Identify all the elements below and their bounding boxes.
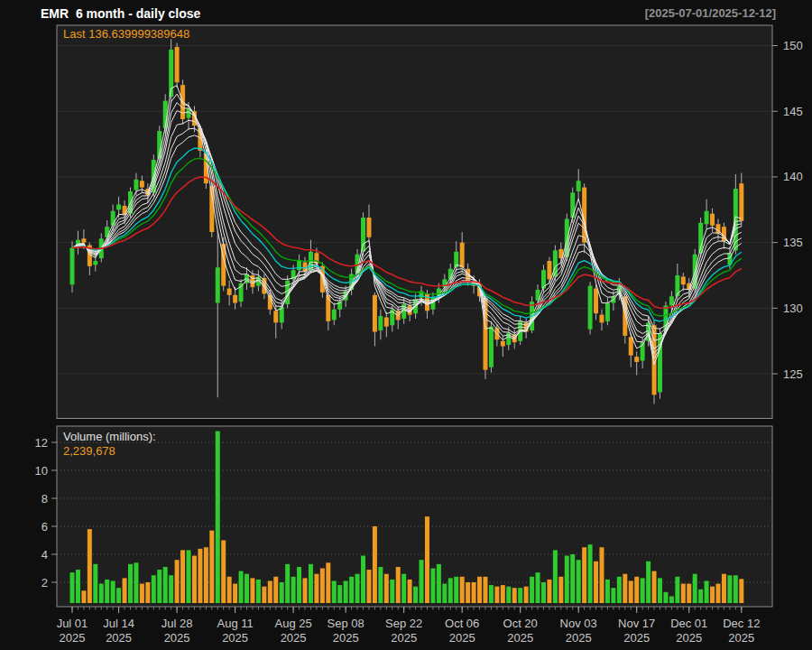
candle-body <box>565 218 569 256</box>
volume-bar <box>169 575 173 603</box>
volume-title-label: Volume (millions): <box>63 431 156 442</box>
price-tick-label: 145 <box>783 105 803 118</box>
volume-bar <box>314 574 318 603</box>
volume-bar <box>390 580 394 603</box>
price-tick-label: 135 <box>783 236 803 249</box>
volume-bar <box>448 578 453 603</box>
volume-bar <box>180 550 185 603</box>
candle-body <box>669 296 674 305</box>
volume-bar <box>553 550 558 603</box>
x-axis-date-label: Nov 03 <box>560 617 597 630</box>
volume-bar <box>727 575 732 603</box>
chart-window: EMR 6 month - daily close [2025-07-01/20… <box>0 0 812 650</box>
candle-body <box>361 218 365 252</box>
volume-bar <box>582 547 586 603</box>
volume-bar <box>111 580 115 603</box>
volume-bar <box>401 574 406 603</box>
x-axis-date-label: Sep 08 <box>328 617 364 630</box>
x-axis-year-label: 2025 <box>60 631 86 645</box>
candle-body <box>378 316 383 330</box>
x-axis-year-label: 2025 <box>676 631 702 645</box>
price-tick-label: 150 <box>783 39 803 52</box>
volume-bar <box>250 578 254 603</box>
volume-bar <box>530 577 534 603</box>
volume-bar <box>332 580 337 603</box>
x-axis-year-label: 2025 <box>164 631 190 645</box>
volume-bar <box>599 547 604 603</box>
x-axis-year-label: 2025 <box>222 631 248 645</box>
volume-bar <box>204 547 208 603</box>
volume-bar <box>565 556 569 603</box>
volume-bar <box>157 570 161 603</box>
volume-bar <box>420 560 424 603</box>
volume-bar <box>349 577 354 603</box>
volume-bar <box>739 579 743 603</box>
volume-bar <box>337 585 342 603</box>
volume-bar <box>663 592 668 603</box>
candle-body <box>81 238 86 242</box>
volume-bar <box>256 580 261 603</box>
volume-tick-label: 10 <box>35 464 48 478</box>
last-price-label: Last 136.639999389648 <box>63 28 189 40</box>
candle-body <box>175 47 180 82</box>
volume-bar <box>396 567 401 603</box>
candle-body <box>105 227 109 237</box>
volume-bar <box>658 578 662 603</box>
volume-bar <box>134 562 138 603</box>
volume-bar <box>705 580 709 603</box>
candle-body <box>116 204 121 209</box>
volume-bar <box>734 575 738 603</box>
candle-body <box>599 315 604 323</box>
candle-body <box>366 218 371 237</box>
volume-bar <box>88 529 92 603</box>
volume-bar <box>105 580 109 603</box>
x-axis-date-label: Oct 06 <box>445 617 479 630</box>
volume-bar <box>715 584 720 603</box>
candle-body <box>629 337 633 355</box>
candle-body <box>605 303 610 321</box>
x-axis-year-label: 2025 <box>281 631 307 645</box>
x-axis-year-label: 2025 <box>106 631 132 645</box>
volume-bar <box>70 572 75 603</box>
x-axis-date-label: Aug 25 <box>275 617 312 630</box>
volume-bar <box>128 564 133 603</box>
candle-body <box>233 295 237 303</box>
candle-body <box>111 211 115 226</box>
volume-bar <box>669 597 674 604</box>
volume-bar <box>303 578 308 603</box>
volume-bar <box>506 587 511 603</box>
x-axis-date-label: Jul 01 <box>57 617 88 630</box>
volume-tick-label: 2 <box>42 576 48 590</box>
volume-bar <box>152 575 156 603</box>
date-range-label: [2025-07-01/2025-12-12] <box>645 7 776 19</box>
candle-body <box>273 311 278 322</box>
candle-body <box>123 206 127 215</box>
x-axis-year-label: 2025 <box>449 631 475 645</box>
volume-bar <box>442 584 447 603</box>
candle-body <box>739 183 743 221</box>
x-axis-date-label: Dec 01 <box>670 617 707 630</box>
volume-bar <box>76 570 80 603</box>
volume-bar <box>605 580 610 603</box>
x-axis-year-label: 2025 <box>566 631 592 645</box>
candle-body <box>681 276 686 284</box>
last-volume-value: 2,239,678 <box>63 445 115 457</box>
volume-bar <box>425 516 429 603</box>
volume-bar <box>489 585 494 603</box>
price-tick-label: 140 <box>783 170 803 183</box>
candle-body <box>547 261 551 279</box>
x-axis-date-label: Jul 14 <box>103 617 134 630</box>
volume-bar <box>524 587 529 603</box>
volume-bar <box>634 577 639 603</box>
volume-bar <box>140 584 144 603</box>
candle-body <box>373 295 377 332</box>
volume-bar <box>512 588 517 603</box>
candle-body <box>303 262 308 271</box>
volume-bar <box>646 562 651 603</box>
x-axis-date-label: Oct 20 <box>503 617 538 630</box>
volume-bar <box>687 584 691 603</box>
volume-bar <box>297 567 301 603</box>
x-axis-year-label: 2025 <box>728 631 754 645</box>
volume-bar <box>93 564 97 603</box>
candle-body <box>710 214 715 226</box>
